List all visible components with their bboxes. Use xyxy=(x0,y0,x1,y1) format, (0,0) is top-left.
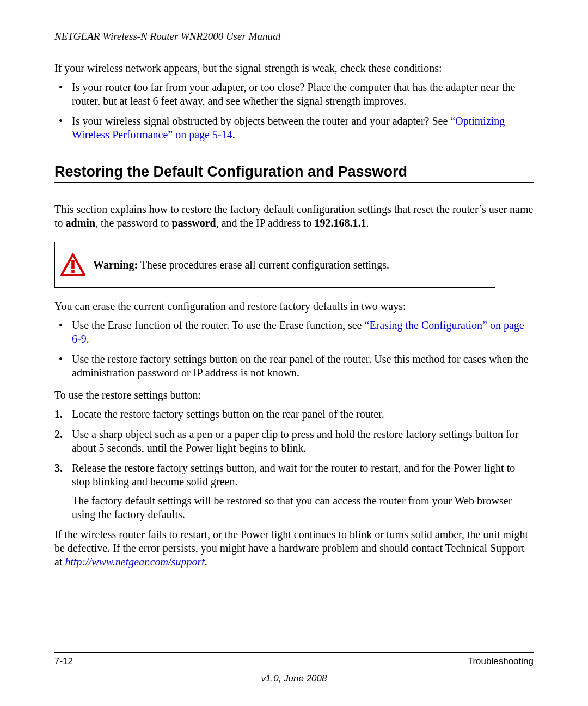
intro-paragraph: If your wireless network appears, but th… xyxy=(54,62,534,75)
intro-bullet-list: Is your router too far from your adapter… xyxy=(54,81,534,142)
list-item-text: Is your router too far from your adapter… xyxy=(72,81,515,107)
step-text: Locate the restore factory settings butt… xyxy=(72,408,384,420)
document-page: NETGEAR Wireless-N Router WNR2000 User M… xyxy=(0,0,588,706)
ways-bullet-list: Use the Erase function of the router. To… xyxy=(54,319,534,380)
header-rule xyxy=(54,46,534,46)
list-item: Is your router too far from your adapter… xyxy=(54,81,534,108)
footer-section-name: Troubleshooting xyxy=(468,656,534,667)
footer-version: v1.0, June 2008 xyxy=(54,673,534,684)
list-item: Use the Erase function of the router. To… xyxy=(54,319,534,346)
list-item: Locate the restore factory settings butt… xyxy=(54,407,534,421)
external-link[interactable]: http://www.netgear.com/support xyxy=(65,556,204,568)
body-paragraph: To use the restore settings button: xyxy=(54,388,534,402)
text-run: . xyxy=(366,217,369,229)
running-header: NETGEAR Wireless-N Router WNR2000 User M… xyxy=(54,31,534,42)
warning-body: These procedures erase all current confi… xyxy=(138,259,389,271)
page-number: 7-12 xyxy=(54,656,73,667)
list-item-text: Use the Erase function of the router. To… xyxy=(72,319,365,331)
footer-rule xyxy=(54,652,534,653)
text-run: . xyxy=(205,556,207,568)
text-run: , and the IP address to xyxy=(216,217,315,229)
list-item-text: Is your wireless signal obstructed by ob… xyxy=(72,115,450,127)
body-paragraph: You can erase the current configuration … xyxy=(54,300,534,313)
warning-text: Warning: These procedures erase all curr… xyxy=(91,259,495,271)
body-paragraph: If the wireless router fails to restart,… xyxy=(54,528,534,569)
page-footer: 7-12 Troubleshooting v1.0, June 2008 xyxy=(54,652,534,684)
step-subtext: The factory default settings will be res… xyxy=(72,494,534,521)
body-paragraph: This section explains how to restore the… xyxy=(54,203,534,230)
section-heading: Restoring the Default Configuration and … xyxy=(54,163,534,180)
warning-callout: Warning: These procedures erase all curr… xyxy=(54,242,495,288)
step-text: Release the restore factory settings but… xyxy=(72,462,515,488)
svg-rect-1 xyxy=(71,260,75,269)
warning-label: Warning: xyxy=(93,259,138,271)
text-bold: password xyxy=(172,217,216,229)
text-bold: 192.168.1.1 xyxy=(315,217,366,229)
list-item: Use a sharp object such as a pen or a pa… xyxy=(54,428,534,455)
list-item-text: . xyxy=(87,333,89,345)
section-rule xyxy=(54,182,534,183)
list-item-text: . xyxy=(232,129,235,141)
text-bold: admin xyxy=(66,217,95,229)
warning-icon xyxy=(55,242,91,287)
list-item: Is your wireless signal obstructed by ob… xyxy=(54,114,534,142)
list-item: Use the restore factory settings button … xyxy=(54,352,534,380)
list-item-text: Use the restore factory settings button … xyxy=(72,353,529,379)
text-run: , the password to xyxy=(95,217,172,229)
step-text: Use a sharp object such as a pen or a pa… xyxy=(72,428,518,454)
steps-list: Locate the restore factory settings butt… xyxy=(54,407,534,521)
svg-rect-2 xyxy=(71,270,75,273)
list-item: Release the restore factory settings but… xyxy=(54,461,534,521)
